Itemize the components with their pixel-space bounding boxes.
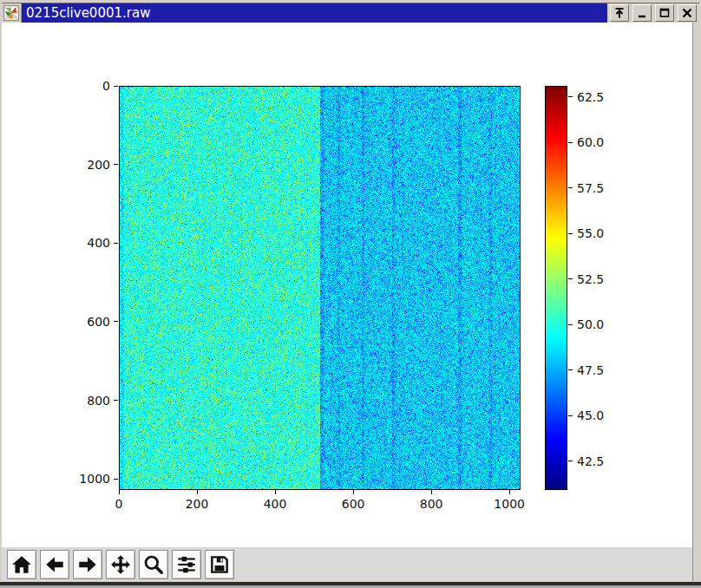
x-tick-label: 200	[171, 496, 223, 512]
y-tick-mark	[114, 243, 118, 244]
x-tick-label: 800	[405, 496, 457, 512]
y-tick-label: 400	[63, 235, 110, 251]
colorbar-tick-mark	[568, 96, 573, 97]
floppy-disk-icon	[208, 553, 231, 576]
pan-button[interactable]	[106, 550, 135, 579]
colorbar-tick-mark	[568, 233, 573, 234]
home-button[interactable]	[7, 550, 36, 579]
x-tick-label: 1000	[483, 496, 535, 512]
y-tick-mark	[114, 400, 118, 401]
colorbar-gradient	[546, 87, 567, 489]
figure-background: 020040060080010000200400600800100042.545…	[2, 23, 692, 546]
y-tick-mark	[114, 86, 118, 87]
colorbar-tick-label: 50.0	[577, 317, 620, 332]
colorbar-tick-label: 47.5	[577, 363, 620, 378]
colorbar-tick-mark	[568, 369, 573, 370]
shade-window-icon	[612, 5, 627, 21]
minimize-icon	[634, 5, 650, 21]
y-tick-label: 800	[63, 393, 110, 408]
x-tick-label: 400	[249, 496, 301, 512]
colorbar-tick-mark	[568, 461, 573, 461]
close-icon	[679, 5, 695, 21]
app-window: 0215clive0001.raw	[0, 0, 701, 588]
sliders-icon	[175, 553, 198, 576]
app-menu-button[interactable]	[2, 3, 22, 23]
app-pinwheel-icon	[3, 5, 19, 21]
y-tick-label: 200	[63, 157, 110, 173]
plot-axes	[119, 86, 521, 490]
y-tick-mark	[114, 321, 118, 322]
maximize-icon	[657, 5, 672, 21]
x-tick-mark	[275, 490, 276, 494]
heatmap-image[interactable]	[120, 87, 520, 489]
save-button[interactable]	[205, 550, 234, 579]
y-tick-label: 1000	[63, 471, 110, 487]
colorbar-tick-mark	[568, 324, 573, 325]
x-tick-mark	[353, 490, 354, 494]
titlebar[interactable]: 0215clive0001.raw	[2, 3, 699, 23]
colorbar-tick-label: 60.0	[577, 134, 620, 150]
nav-toolbar	[2, 546, 692, 581]
colorbar-tick-label: 52.5	[577, 271, 620, 287]
zoom-magnifier-icon	[142, 553, 165, 576]
colorbar-tick-mark	[568, 142, 573, 143]
x-tick-mark	[509, 490, 510, 494]
y-tick-label: 600	[63, 314, 110, 330]
colorbar-tick-label: 42.5	[577, 454, 620, 469]
pan-arrows-icon	[109, 553, 132, 576]
forward-arrow-icon	[76, 553, 99, 576]
back-button[interactable]	[40, 550, 69, 579]
colorbar-tick-label: 55.0	[577, 225, 620, 241]
y-tick-mark	[114, 479, 118, 480]
y-tick-label: 0	[63, 78, 110, 94]
zoom-button[interactable]	[139, 550, 168, 579]
colorbar-tick-label: 45.0	[577, 408, 620, 423]
colorbar-tick-mark	[568, 187, 573, 188]
configure-subplots-button[interactable]	[172, 550, 201, 579]
window-resize-edge-bottom[interactable]	[0, 581, 701, 588]
y-tick-mark	[114, 164, 118, 165]
home-icon	[10, 553, 33, 576]
colorbar-tick-mark	[568, 278, 573, 279]
shade-button[interactable]	[610, 4, 629, 22]
colorbar-tick-label: 57.5	[577, 180, 620, 196]
window-controls	[607, 3, 699, 23]
minimize-button[interactable]	[632, 4, 652, 22]
maximize-button[interactable]	[655, 4, 674, 22]
back-arrow-icon	[43, 553, 66, 576]
x-tick-mark	[119, 490, 120, 494]
x-tick-mark	[197, 490, 198, 494]
close-button[interactable]	[678, 4, 697, 22]
window-resize-edge-right[interactable]	[692, 23, 701, 581]
window-title: 0215clive0001.raw	[22, 3, 607, 23]
colorbar	[545, 86, 567, 490]
colorbar-tick-label: 62.5	[577, 89, 620, 105]
forward-button[interactable]	[73, 550, 102, 579]
x-tick-label: 0	[93, 496, 145, 512]
colorbar-tick-mark	[568, 415, 573, 416]
x-tick-mark	[431, 490, 432, 494]
x-tick-label: 600	[327, 496, 379, 512]
